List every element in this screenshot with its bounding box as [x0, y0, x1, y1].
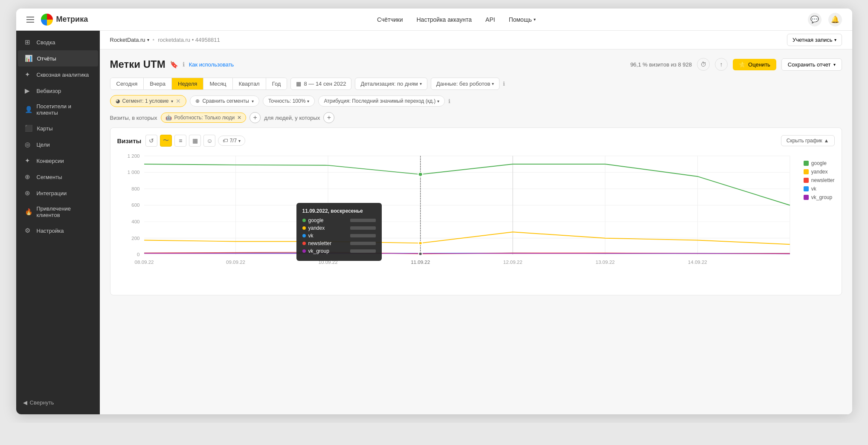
bar-chart-icon[interactable]: ▦ — [189, 135, 201, 147]
breadcrumb-chevron-icon: ▾ — [147, 38, 149, 42]
tooltip-date: 11.09.2022, воскресенье — [302, 208, 376, 214]
svg-text:11.09.22: 11.09.22 — [411, 260, 430, 264]
how-to-use-link[interactable]: Как использовать — [189, 61, 234, 68]
sidebar-item-conversions[interactable]: ✦ Конверсии — [18, 153, 98, 169]
add-people-filter-button[interactable]: + — [323, 112, 334, 123]
page-title-area: Метки UTM 🔖 ℹ Как использовать — [110, 58, 234, 70]
legend-yandex: yandex — [804, 169, 835, 175]
robot-filter-close-icon[interactable]: ✕ — [237, 115, 241, 121]
tab-month[interactable]: Месяц — [203, 78, 232, 90]
svg-text:12.09.22: 12.09.22 — [503, 260, 522, 264]
hide-chart-button[interactable]: Скрыть график ▲ — [781, 135, 835, 146]
yandex-dot — [302, 226, 306, 230]
sidebar-item-webvisor[interactable]: ▶ Вебвизор — [18, 83, 98, 99]
tooltip-bar-vk — [350, 234, 376, 237]
maps-icon: ⬛ — [25, 124, 33, 132]
legend-vk-dot — [804, 186, 809, 191]
sidebar-item-settings[interactable]: ⚙ Настройка — [18, 222, 98, 239]
tooltip-row-google: google — [302, 217, 376, 223]
sidebar-item-reports[interactable]: 📊 Отчёты — [18, 50, 98, 66]
robot-icon: 🤖 — [165, 115, 172, 121]
tooltip-bar-newsletter — [350, 242, 376, 245]
save-report-button[interactable]: Сохранить отчет ▾ — [781, 58, 842, 71]
webvisor-icon: ▶ — [25, 87, 32, 95]
tab-today[interactable]: Сегодня — [110, 78, 144, 90]
main-content: RocketData.ru ▾ • rocketdata.ru • 449588… — [100, 31, 852, 414]
account-chevron-icon: ▾ — [834, 38, 836, 42]
bell-icon[interactable]: 🔔 — [828, 13, 842, 26]
breadcrumb: RocketData.ru ▾ • rocketdata.ru • 449588… — [110, 37, 220, 43]
hamburger-menu[interactable] — [26, 17, 34, 23]
accuracy-button[interactable]: Точность: 100% ▾ — [263, 95, 315, 107]
tab-year[interactable]: Год — [266, 78, 287, 90]
svg-point-30 — [418, 241, 422, 245]
legend-vk-group-dot — [804, 195, 809, 200]
segments-badge[interactable]: 🏷 7/7 ▾ — [218, 136, 245, 146]
topnav-help[interactable]: Помощь ▾ — [509, 16, 536, 23]
detail-button[interactable]: Детализация: по дням ▾ — [355, 78, 427, 90]
topnav-actions: 💬 🔔 — [808, 13, 842, 26]
tab-quarter[interactable]: Квартал — [233, 78, 266, 90]
chart-title-area: Визиты ↺ 〜 ≡ ▦ ☺ 🏷 7/7 ▾ — [117, 135, 246, 147]
sidebar-item-summary[interactable]: ⊞ Сводка — [18, 34, 98, 50]
account-button[interactable]: Учетная запись ▾ — [787, 34, 842, 46]
tab-yesterday[interactable]: Вчера — [144, 78, 172, 90]
add-visits-filter-button[interactable]: + — [250, 112, 261, 123]
tooltip-row-newsletter: newsletter — [302, 240, 376, 246]
sidebar-item-analytics[interactable]: ✦ Сквозная аналитика — [18, 66, 98, 83]
svg-text:14.09.22: 14.09.22 — [688, 260, 707, 264]
segment-filter[interactable]: ◕ Сегмент: 1 условие ▾ ✕ — [110, 95, 187, 107]
sidebar-item-maps[interactable]: ⬛ Карты — [18, 120, 98, 136]
export-icon[interactable]: ↑ — [715, 58, 728, 71]
breadcrumb-separator: • — [153, 37, 155, 43]
rate-star-icon: ⭐ — [739, 61, 746, 68]
svg-point-33 — [418, 252, 422, 256]
sidebar-item-goals[interactable]: ◎ Цели — [18, 136, 98, 153]
chart-area: 1 200 1 000 800 600 400 200 0 — [117, 152, 835, 288]
info-circle-icon: ℹ — [183, 61, 185, 68]
period-row: Сегодня Вчера Неделя Месяц Квартал Год ▦… — [110, 78, 842, 90]
bookmark-icon[interactable]: 🔖 — [170, 61, 178, 69]
date-range-button[interactable]: ▦ 8 — 14 сен 2022 — [290, 78, 351, 90]
topnav-counters[interactable]: Счётчики — [377, 16, 403, 23]
collapse-arrow-icon: ◀ — [23, 399, 27, 406]
breadcrumb-site[interactable]: RocketData.ru ▾ — [110, 37, 149, 43]
save-chevron-icon: ▾ — [833, 62, 836, 67]
chart-header: Визиты ↺ 〜 ≡ ▦ ☺ 🏷 7/7 ▾ — [117, 135, 835, 147]
page-header: Метки UTM 🔖 ℹ Как использовать 96,1 % ви… — [110, 58, 842, 71]
chart-svg: 1 200 1 000 800 600 400 200 0 — [117, 152, 835, 271]
legend-newsletter: newsletter — [804, 177, 835, 183]
detail-chevron-icon: ▾ — [420, 81, 422, 86]
tab-week[interactable]: Неделя — [172, 78, 203, 90]
chat-icon[interactable]: 💬 — [808, 13, 822, 26]
page-header-right: 96,1 % визитов из 8 928 ⏱ ↑ ⭐ Оценить Со… — [630, 58, 842, 71]
refresh-icon[interactable]: ↺ — [145, 135, 157, 147]
settings-icon: ⚙ — [25, 227, 32, 234]
area-chart-icon[interactable]: ≡ — [174, 135, 186, 147]
scatter-chart-icon[interactable]: ☺ — [203, 135, 215, 147]
history-icon[interactable]: ⏱ — [697, 58, 710, 71]
attribution-button[interactable]: Атрибуция: Последний значимый переход (к… — [318, 95, 445, 107]
visitors-icon: 👤 — [25, 106, 32, 113]
line-chart-icon[interactable]: 〜 — [160, 135, 172, 147]
segment-close-icon[interactable]: ✕ — [176, 98, 181, 104]
chevron-up-icon: ▲ — [824, 138, 829, 144]
sidebar-collapse[interactable]: ◀ Свернуть — [16, 394, 100, 411]
sidebar-item-attract[interactable]: 🔥 Привлечение клиентов — [18, 201, 98, 222]
breadcrumb-sub: rocketdata.ru • 44958811 — [158, 37, 220, 43]
chevron-down-icon: ▾ — [534, 17, 536, 22]
tooltip-row-vk-group: vk_group — [302, 248, 376, 254]
sidebar-item-visitors[interactable]: 👤 Посетители и клиенты — [18, 99, 98, 120]
period-info-icon[interactable]: ℹ — [503, 81, 505, 87]
rate-button[interactable]: ⭐ Оценить — [733, 59, 776, 70]
analytics-icon: ✦ — [25, 71, 32, 78]
topnav-account-settings[interactable]: Настройка аккаунта — [416, 16, 472, 23]
data-button[interactable]: Данные: без роботов ▾ — [431, 78, 500, 90]
segment-chevron-icon: ▾ — [171, 99, 173, 104]
topnav-api[interactable]: API — [485, 16, 495, 23]
sidebar-item-integrations[interactable]: ⊛ Интеграции — [18, 185, 98, 201]
sidebar-item-segments[interactable]: ⊕ Сегменты — [18, 169, 98, 185]
robot-filter-pill[interactable]: 🤖 Роботность: Только люди ✕ — [161, 113, 247, 123]
compare-segments-filter[interactable]: ⊕ Сравнить сегменты ▾ — [190, 95, 259, 107]
filter-info-icon[interactable]: ℹ — [448, 98, 450, 104]
